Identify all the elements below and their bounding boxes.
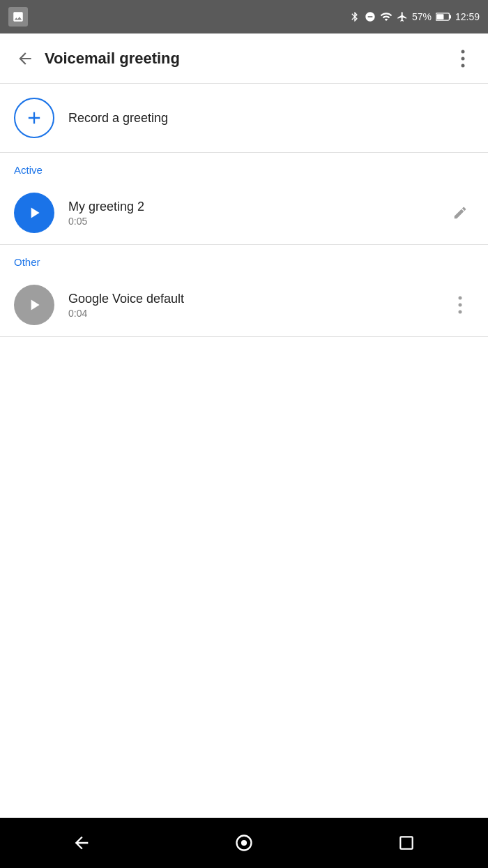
nav-bar <box>0 818 488 868</box>
other-section-header: Other <box>0 245 488 274</box>
nav-back-button[interactable] <box>61 822 102 864</box>
play-button-other[interactable] <box>14 285 54 325</box>
svg-point-7 <box>459 304 462 307</box>
greeting-name-other: Google Voice default <box>68 292 446 306</box>
status-bar-right: 57% 12:59 <box>349 10 480 23</box>
status-time: 12:59 <box>455 11 480 22</box>
plus-icon <box>24 108 44 128</box>
more-options-other-button[interactable] <box>446 291 474 319</box>
more-icon-other <box>458 296 462 314</box>
svg-point-3 <box>462 50 465 53</box>
greeting-duration-active: 0:05 <box>68 216 446 227</box>
record-greeting-row[interactable]: Record a greeting <box>0 84 488 153</box>
active-section-header: Active <box>0 153 488 181</box>
greeting-name-active: My greeting 2 <box>68 200 446 214</box>
status-bar: 57% 12:59 <box>0 0 488 33</box>
wifi-icon <box>380 10 392 23</box>
edit-button-active[interactable] <box>446 199 474 227</box>
svg-point-8 <box>459 310 462 314</box>
greeting-row-other: Google Voice default 0:04 <box>0 274 488 337</box>
status-bar-left <box>8 7 28 27</box>
svg-point-5 <box>462 63 465 67</box>
play-icon-other <box>25 296 43 314</box>
svg-rect-1 <box>450 15 451 18</box>
airplane-icon <box>397 11 408 22</box>
page-title: Voicemail greeting <box>45 50 449 68</box>
battery-icon <box>436 12 451 22</box>
edit-icon <box>452 205 468 220</box>
record-icon-circle <box>14 98 54 138</box>
content-area: Record a greeting Active My greeting 2 0… <box>0 84 488 818</box>
svg-rect-11 <box>401 837 413 848</box>
battery-percent: 57% <box>412 11 432 22</box>
greeting-duration-other: 0:04 <box>68 308 446 319</box>
greeting-info-active: My greeting 2 0:05 <box>68 200 446 227</box>
svg-point-10 <box>241 840 247 846</box>
nav-home-button[interactable] <box>223 822 265 864</box>
dnd-icon <box>365 11 376 22</box>
bluetooth-icon <box>349 11 360 22</box>
record-greeting-label: Record a greeting <box>68 111 168 126</box>
play-icon-active <box>25 204 43 222</box>
svg-rect-2 <box>436 14 443 20</box>
nav-recents-button[interactable] <box>386 822 427 864</box>
app-bar: Voicemail greeting <box>0 33 488 84</box>
photo-icon <box>8 7 28 27</box>
greeting-row-active: My greeting 2 0:05 <box>0 181 488 245</box>
more-options-button[interactable] <box>449 45 477 73</box>
svg-point-4 <box>462 57 465 60</box>
play-button-active[interactable] <box>14 193 54 233</box>
greeting-info-other: Google Voice default 0:04 <box>68 292 446 319</box>
svg-point-6 <box>459 297 462 300</box>
back-button[interactable] <box>11 45 39 73</box>
